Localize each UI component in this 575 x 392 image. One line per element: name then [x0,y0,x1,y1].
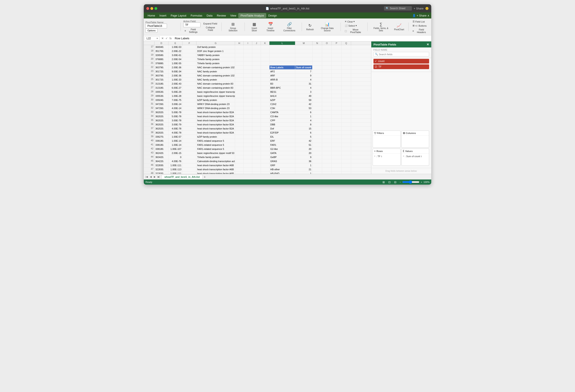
cell-L[interactable]: C3H [269,106,295,110]
cell-P[interactable] [332,123,341,127]
cell-O[interactable] [322,163,332,167]
cell-E[interactable]: 2.00E-22 [168,49,182,53]
cell-H[interactable] [235,127,244,131]
cell-Q[interactable] [341,86,351,90]
cell-L[interactable]: B3 [269,82,295,86]
cell-J[interactable] [252,143,261,147]
cell-G[interactable]: Dof family protein [196,45,235,49]
cell-J[interactable] [252,155,261,159]
values-field-info[interactable]: ℹ [421,155,422,158]
cell-K[interactable] [261,102,269,106]
cell-N[interactable] [312,123,322,127]
cell-F[interactable] [182,135,196,139]
cell-N[interactable] [312,74,322,78]
cell-J[interactable] [252,57,261,61]
cell-K[interactable] [261,123,269,127]
cell-G[interactable]: heat shock transcription factor B2A [196,118,235,122]
cell-I[interactable] [244,45,252,49]
add-sheet-button[interactable]: + [203,175,207,179]
cell-J[interactable] [252,127,261,131]
cell-J[interactable] [252,147,261,151]
formula-input[interactable] [173,37,431,40]
cell-P[interactable] [332,110,341,114]
cell-Q[interactable] [341,139,351,143]
cell-E[interactable]: 1.00E-53 [168,45,182,49]
cell-M[interactable]: 36 [295,159,312,163]
cell-P[interactable] [332,86,341,90]
cell-O[interactable] [322,65,332,69]
cell-K[interactable] [261,69,269,73]
cell-O[interactable] [322,151,332,155]
cell-L[interactable]: Row Labels [269,65,295,69]
col-header-E[interactable]: E [168,42,182,45]
cell-F[interactable] [182,98,196,102]
cell-ref-dropdown-icon[interactable]: ▾ [157,37,158,40]
cell-L[interactable]: AP2 [269,69,295,73]
cell-O[interactable] [322,86,332,90]
search-fields-input[interactable] [379,53,428,56]
cell-F[interactable] [182,106,196,110]
cell-G[interactable]: Trihelix family protein [196,155,235,159]
cell-L[interactable] [269,53,295,57]
cell-P[interactable] [332,57,341,61]
cell-D[interactable]: 363790. [154,74,168,78]
cell-I[interactable] [244,74,252,78]
cell-F[interactable] [182,118,196,122]
cell-D[interactable]: 336270. [154,135,168,139]
menu-data[interactable]: Data [204,13,215,18]
col-header-M[interactable]: M [295,42,312,45]
cell-K[interactable] [261,74,269,78]
cell-I[interactable] [244,106,252,110]
cell-L[interactable]: BES1 [269,90,295,94]
cell-M[interactable]: 21 [295,167,312,171]
cell-E[interactable]: 4.00E-76 [168,159,182,163]
cell-J[interactable] [252,102,261,106]
cell-L[interactable]: Dof [269,127,295,131]
cell-F[interactable] [182,94,196,98]
cell-P[interactable] [332,90,341,94]
cell-M[interactable]: 6 [295,131,312,135]
share-button[interactable]: + Share [414,7,424,10]
cell-I[interactable] [244,61,252,65]
menu-pivottable-analyze[interactable]: PivotTable Analyze [238,13,266,18]
cell-J[interactable] [252,123,261,127]
cell-F[interactable] [182,53,196,57]
cell-D[interactable]: 362020. [154,131,168,135]
cell-G[interactable]: FAR1-related sequence 5 [196,143,235,147]
cell-P[interactable] [332,45,341,49]
cell-J[interactable] [252,49,261,53]
zoom-out-icon[interactable]: － [399,180,401,184]
cell-O[interactable] [322,118,332,122]
cell-G[interactable]: heat shock transcription factor A6B [196,163,235,167]
cell-P[interactable] [332,102,341,106]
menu-insert[interactable]: Insert [157,13,169,18]
cell-H[interactable] [235,53,244,57]
cell-D[interactable]: 301720. [154,69,168,73]
cell-H[interactable] [235,65,244,69]
cell-D[interactable]: 364220. [154,159,168,163]
cell-O[interactable] [322,98,332,102]
cell-M[interactable]: 51 [295,143,312,147]
cell-J[interactable] [252,131,261,135]
cell-G[interactable]: WRKY DNA-binding protein 23 [196,106,235,110]
cell-K[interactable] [261,147,269,151]
cell-D[interactable]: 338180. [154,139,168,143]
cell-I[interactable] [244,49,252,53]
cell-E[interactable]: 2.00E-36 [168,65,182,69]
active-field-input[interactable] [183,22,200,27]
cell-E[interactable]: 3.00E-79 [168,123,182,127]
cell-F[interactable] [182,49,196,53]
cell-Q[interactable] [341,135,351,139]
cell-Q[interactable] [341,143,351,147]
cell-H[interactable] [235,163,244,167]
cell-K[interactable] [261,131,269,135]
cell-K[interactable] [261,143,269,147]
cell-G[interactable]: FAR1-related sequence 5 [196,147,235,151]
cell-F[interactable] [182,65,196,69]
refresh-button[interactable]: ↻ Refresh [305,22,315,32]
cell-G[interactable]: heat shock transcription factor A6B [196,172,235,174]
cell-M[interactable]: 1 [295,172,312,174]
cell-E[interactable]: 1.00E-111 [168,172,182,174]
cell-E[interactable]: 4.00E-78 [168,131,182,135]
cell-P[interactable] [332,167,341,171]
